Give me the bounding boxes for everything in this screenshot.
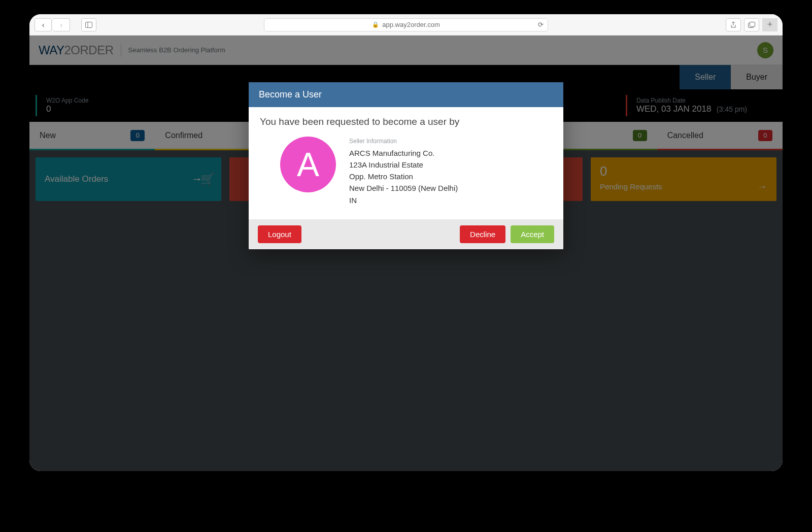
tabs-icon [748, 22, 755, 28]
browser-right-tools: + [723, 18, 777, 31]
browser-toolbar: ‹ › 🔒 app.way2order.com ⟳ + [29, 14, 783, 36]
back-button[interactable]: ‹ [35, 18, 52, 31]
seller-info: Seller Information ARCS Manufacturing Co… [349, 137, 458, 206]
address-bar[interactable]: 🔒 app.way2order.com ⟳ [264, 18, 548, 31]
tabs-button[interactable] [744, 18, 759, 31]
svg-rect-0 [86, 22, 92, 27]
new-tab-button[interactable]: + [762, 18, 777, 31]
modal-footer: Logout Decline Accept [249, 219, 563, 249]
become-user-modal: Become a User You have been requested to… [249, 82, 563, 249]
seller-row: A Seller Information ARCS Manufacturing … [260, 137, 552, 206]
screenshot-stage: ‹ › 🔒 app.way2order.com ⟳ + [0, 0, 812, 532]
accept-button[interactable]: Accept [511, 225, 554, 243]
sidebar-toggle-button[interactable] [81, 18, 96, 31]
seller-info-header: Seller Information [349, 137, 458, 146]
reload-icon[interactable]: ⟳ [538, 21, 544, 28]
seller-avatar: A [280, 137, 336, 192]
seller-address-line2: Opp. Metro Station [349, 171, 458, 182]
browser-window: ‹ › 🔒 app.way2order.com ⟳ + [29, 14, 783, 471]
app-viewport: WAY2ORDER Seamless B2B Ordering Platform… [29, 36, 783, 471]
modal-title: Become a User [249, 82, 563, 107]
decline-button[interactable]: Decline [460, 225, 505, 243]
seller-address-line1: 123A Industrial Estate [349, 159, 458, 171]
svg-rect-3 [750, 22, 755, 26]
share-button[interactable] [726, 18, 741, 31]
share-icon [730, 21, 737, 28]
seller-address-line3: New Delhi - 110059 (New Delhi) [349, 182, 458, 194]
lock-icon: 🔒 [372, 21, 379, 28]
forward-button[interactable]: › [53, 18, 70, 31]
logout-button[interactable]: Logout [258, 225, 301, 243]
address-text: app.way2order.com [382, 21, 439, 28]
modal-message: You have been requested to become a user… [260, 116, 552, 127]
seller-country: IN [349, 194, 458, 206]
seller-name: ARCS Manufacturing Co. [349, 147, 458, 159]
sidebar-icon [85, 22, 92, 28]
modal-body: You have been requested to become a user… [249, 107, 563, 219]
